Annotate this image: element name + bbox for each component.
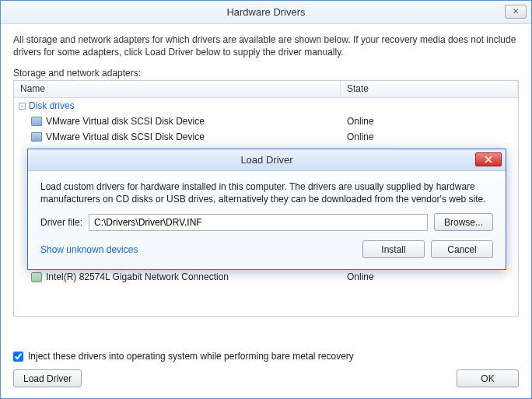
description-text: All storage and network adapters for whi…: [13, 33, 519, 58]
inject-drivers-checkbox-row[interactable]: Inject these drivers into operating syst…: [13, 351, 519, 362]
driver-file-input[interactable]: [89, 214, 428, 231]
install-button[interactable]: Install: [362, 240, 425, 258]
show-unknown-devices-link[interactable]: Show unknown devices: [40, 244, 138, 255]
col-name[interactable]: Name: [14, 81, 341, 97]
disk-icon: [31, 117, 42, 126]
disk-icon: [31, 132, 42, 142]
browse-button[interactable]: Browse...: [434, 213, 493, 231]
group-label: Disk drives: [29, 100, 75, 111]
table-row[interactable]: VMware Virtual disk SCSI Disk Device Onl…: [14, 114, 518, 129]
device-state: Online: [341, 131, 518, 142]
checkbox-label: Inject these drivers into operating syst…: [28, 351, 354, 362]
device-name: VMware Virtual disk SCSI Disk Device: [46, 131, 205, 142]
hardware-drivers-window: Hardware Drivers ✕ All storage and netwo…: [0, 0, 532, 399]
device-name: Intel(R) 82574L Gigabit Network Connecti…: [46, 271, 229, 282]
inject-drivers-checkbox[interactable]: [13, 352, 23, 362]
close-icon: [485, 156, 492, 163]
col-state[interactable]: State: [341, 81, 518, 97]
adapters-label: Storage and network adapters:: [13, 68, 519, 79]
ok-button[interactable]: OK: [457, 369, 519, 387]
table-header: Name State: [14, 81, 518, 98]
table-row[interactable]: Intel(R) 82574L Gigabit Network Connecti…: [14, 269, 518, 285]
cancel-button[interactable]: Cancel: [431, 240, 493, 258]
modal-body: Load custom drivers for hardware install…: [28, 171, 506, 269]
titlebar: Hardware Drivers ✕: [1, 1, 531, 24]
network-icon: [31, 272, 42, 282]
driver-file-label: Driver file:: [40, 217, 82, 228]
modal-description: Load custom drivers for hardware install…: [40, 180, 493, 205]
window-title: Hardware Drivers: [226, 6, 305, 18]
group-disk-drives[interactable]: − Disk drives: [14, 98, 518, 114]
close-icon: ✕: [513, 7, 519, 16]
device-name: VMware Virtual disk SCSI Disk Device: [46, 116, 205, 127]
table-row[interactable]: VMware Virtual disk SCSI Disk Device Onl…: [14, 129, 518, 145]
device-state: Online: [341, 116, 518, 127]
device-state: Online: [341, 271, 518, 282]
close-button[interactable]: ✕: [505, 5, 527, 19]
modal-close-button[interactable]: [475, 152, 502, 166]
modal-titlebar: Load Driver: [28, 149, 506, 171]
collapse-icon[interactable]: −: [19, 103, 26, 110]
modal-title: Load Driver: [240, 154, 292, 166]
load-driver-button[interactable]: Load Driver: [13, 369, 82, 387]
footer: Inject these drivers into operating syst…: [1, 343, 531, 398]
load-driver-dialog: Load Driver Load custom drivers for hard…: [27, 149, 506, 270]
